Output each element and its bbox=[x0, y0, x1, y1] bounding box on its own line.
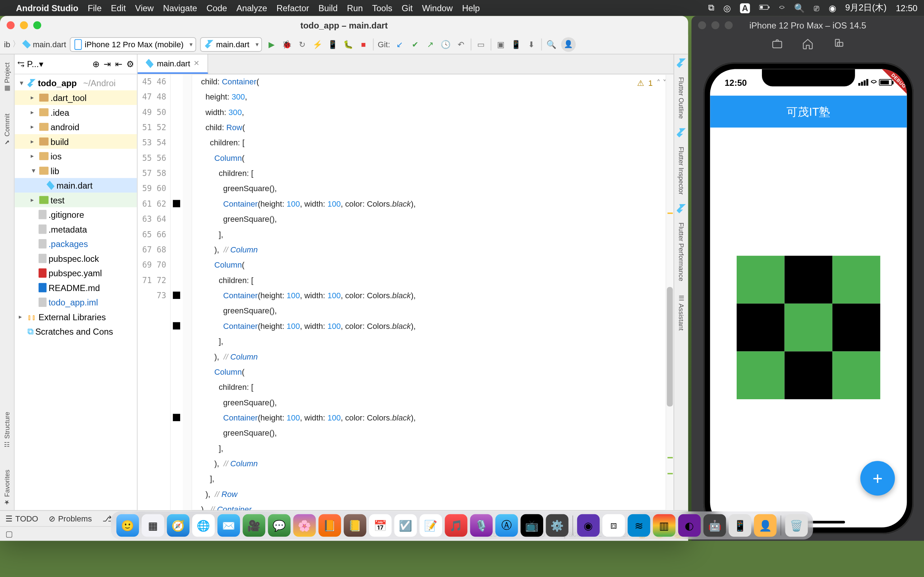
dock-simulator[interactable]: 📱 bbox=[729, 514, 751, 537]
device-selector[interactable]: iPhone 12 Pro Max (mobile) bbox=[70, 37, 196, 52]
sim-zoom-button[interactable] bbox=[725, 21, 733, 29]
navbar-breadcrumb[interactable]: ib 〉main.dart bbox=[4, 39, 66, 50]
menubar-time[interactable]: 12:50 bbox=[896, 3, 918, 13]
flutter-performance-button[interactable]: Flutter Performance bbox=[677, 219, 685, 285]
dock-chrome[interactable]: 🌐 bbox=[192, 514, 215, 537]
tree-root[interactable]: ▼todo_app ~/Androi bbox=[15, 76, 137, 90]
menu-help[interactable]: Help bbox=[462, 3, 480, 13]
stop-button[interactable]: ■ bbox=[358, 39, 369, 50]
screenshot-button[interactable] bbox=[771, 38, 783, 53]
git-commit-button[interactable]: ✔ bbox=[409, 39, 420, 50]
resource-button[interactable]: 📱 bbox=[510, 39, 522, 50]
tree-pubspec-lock[interactable]: pubspec.lock bbox=[15, 251, 137, 266]
sdk-button[interactable]: ⬇ bbox=[526, 39, 537, 50]
dock-app1[interactable]: ◉ bbox=[577, 514, 600, 537]
tree-packages[interactable]: .packages bbox=[15, 237, 137, 251]
avd-manager-button[interactable]: ▭ bbox=[475, 39, 486, 50]
device-screen[interactable]: DEBUG 12:50 ⌔ 可茂IT塾 + bbox=[710, 69, 907, 528]
debug-button[interactable]: 🐞 bbox=[281, 39, 292, 50]
expand-button[interactable]: ⇥ bbox=[103, 59, 111, 69]
account-avatar[interactable]: 👤 bbox=[561, 37, 576, 52]
coverage-button[interactable]: ↻ bbox=[297, 39, 308, 50]
layoutinsp-button[interactable]: ▣ bbox=[495, 39, 506, 50]
dock-app3[interactable]: ◐ bbox=[678, 514, 701, 537]
tree-ios[interactable]: ▸ios bbox=[15, 149, 137, 164]
dock-appstore[interactable]: Ⓐ bbox=[495, 514, 518, 537]
menu-edit[interactable]: Edit bbox=[111, 3, 126, 13]
inspections-widget[interactable]: ⚠ 1 ˄ ˅ bbox=[637, 78, 667, 88]
dock-android-studio[interactable]: 🤖 bbox=[703, 514, 726, 537]
siri-icon[interactable]: ◉ bbox=[829, 3, 836, 13]
dock-contacts[interactable]: 📒 bbox=[344, 514, 366, 537]
menu-build[interactable]: Build bbox=[318, 3, 338, 13]
menu-tools[interactable]: Tools bbox=[372, 3, 393, 13]
tree-external-libraries[interactable]: ▸⫾⫾External Libraries bbox=[15, 309, 137, 324]
menu-file[interactable]: File bbox=[88, 3, 102, 13]
home-button[interactable] bbox=[802, 38, 814, 53]
dock-trash[interactable]: 🗑️ bbox=[785, 514, 808, 537]
fold-column[interactable] bbox=[183, 74, 192, 510]
dock-finder[interactable]: 🙂 bbox=[116, 514, 139, 537]
dock-launchpad[interactable]: ▦ bbox=[142, 514, 164, 537]
run-config-selector[interactable]: main.dart bbox=[200, 37, 262, 52]
rotate-button[interactable] bbox=[832, 38, 844, 53]
close-window-button[interactable] bbox=[6, 21, 15, 29]
input-source-icon[interactable]: A bbox=[740, 3, 750, 13]
sim-minimize-button[interactable] bbox=[711, 21, 719, 29]
flutter-inspector-button[interactable]: Flutter Inspector bbox=[677, 143, 685, 199]
git-history-button[interactable]: 🕓 bbox=[440, 39, 451, 50]
tree-main-dart[interactable]: main.dart bbox=[15, 178, 137, 193]
code-editor[interactable]: child: Container( height: 300, width: 30… bbox=[192, 74, 666, 510]
project-view-selector[interactable]: ⥃ P...▾ bbox=[17, 59, 44, 69]
search-everywhere-button[interactable]: 🔍 bbox=[546, 39, 557, 50]
dock-podcasts[interactable]: 🎙️ bbox=[470, 514, 493, 537]
menu-navigate[interactable]: Navigate bbox=[163, 3, 197, 13]
project-tool-button[interactable]: ▦ Project bbox=[3, 58, 10, 96]
menu-analyze[interactable]: Analyze bbox=[236, 3, 267, 13]
collapse-button[interactable]: ⇤ bbox=[115, 59, 122, 69]
error-stripe[interactable] bbox=[666, 74, 674, 510]
structure-tool-button[interactable]: ☷ Structure bbox=[3, 408, 10, 453]
dropbox-icon[interactable]: ⧉ bbox=[708, 3, 714, 13]
tree-build[interactable]: ▸build bbox=[15, 134, 137, 149]
tree-gitignore[interactable]: .gitignore bbox=[15, 207, 137, 222]
dock-notes[interactable]: 📝 bbox=[419, 514, 442, 537]
dock-tv[interactable]: 📺 bbox=[520, 514, 543, 537]
dock-calendar[interactable]: 📅 bbox=[369, 514, 392, 537]
dock-settings[interactable]: ⚙️ bbox=[546, 514, 569, 537]
dock-music[interactable]: 🎵 bbox=[445, 514, 467, 537]
wifi-icon[interactable]: ⌔ bbox=[779, 3, 785, 13]
dock-safari[interactable]: 🧭 bbox=[167, 514, 189, 537]
tree-dart-tool[interactable]: ▸.dart_tool bbox=[15, 90, 137, 105]
dock-messages[interactable]: 💬 bbox=[268, 514, 291, 537]
minimize-window-button[interactable] bbox=[20, 21, 28, 29]
tree-pubspec-yaml[interactable]: pubspec.yaml bbox=[15, 266, 137, 280]
tree-idea[interactable]: ▸.idea bbox=[15, 105, 137, 120]
menubar-date[interactable]: 9月2日(木) bbox=[845, 2, 887, 14]
battery-icon[interactable] bbox=[759, 2, 770, 15]
menu-window[interactable]: Window bbox=[422, 3, 452, 13]
screenrec-icon[interactable]: ◎ bbox=[723, 3, 730, 13]
git-rollback-button[interactable]: ↶ bbox=[455, 39, 466, 50]
tree-iml[interactable]: todo_app.iml bbox=[15, 295, 137, 310]
dock-app4[interactable]: 👤 bbox=[754, 514, 777, 537]
menu-view[interactable]: View bbox=[135, 3, 153, 13]
dock-slack[interactable]: ⧈ bbox=[603, 514, 625, 537]
menu-refactor[interactable]: Refactor bbox=[276, 3, 309, 13]
dock-mail[interactable]: ✉️ bbox=[217, 514, 240, 537]
dock-photos[interactable]: 🌸 bbox=[293, 514, 316, 537]
run-button[interactable]: ▶ bbox=[266, 39, 277, 50]
tree-scratches[interactable]: ⧉Scratches and Cons bbox=[15, 324, 137, 339]
locate-button[interactable]: ⊕ bbox=[92, 59, 100, 69]
fab-add-button[interactable]: + bbox=[861, 461, 895, 495]
tree-metadata[interactable]: .metadata bbox=[15, 222, 137, 237]
git-push-button[interactable]: ↗ bbox=[425, 39, 436, 50]
settings-button[interactable]: ⚙ bbox=[126, 59, 134, 69]
dock-books[interactable]: 📙 bbox=[318, 514, 341, 537]
editor-tab-main[interactable]: main.dart✕ bbox=[137, 55, 208, 74]
hot-reload-button[interactable]: ⚡ bbox=[312, 39, 323, 50]
dock-facetime[interactable]: 🎥 bbox=[242, 514, 265, 537]
menubar-app-name[interactable]: Android Studio bbox=[16, 3, 78, 13]
control-center-icon[interactable]: ⎚ bbox=[814, 3, 819, 13]
sim-close-button[interactable] bbox=[698, 21, 706, 29]
